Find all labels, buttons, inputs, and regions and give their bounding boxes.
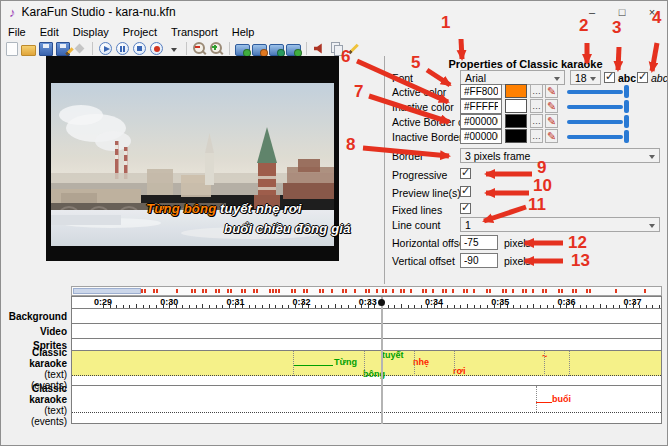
progressive-checkbox[interactable]	[460, 168, 471, 179]
title-bar: ♪ KaraFun Studio - kara-nu.kfn – □ ×	[1, 1, 667, 23]
copy-icon[interactable]	[329, 41, 344, 56]
syllable-marker	[382, 289, 384, 293]
close-button[interactable]: ×	[637, 1, 667, 23]
color-swatch[interactable]	[505, 84, 527, 98]
checkbox-row-label: Progressive	[392, 169, 447, 181]
syllable-marker	[269, 289, 271, 293]
menu-item-file[interactable]: File	[1, 24, 33, 40]
zoom-in-icon[interactable]	[209, 41, 224, 56]
preview-screen-icon[interactable]	[235, 41, 250, 56]
timeline-word-event[interactable]: buổi	[552, 394, 571, 404]
slider-thumb[interactable]	[624, 100, 629, 113]
color-picker-ellipsis-button[interactable]: …	[530, 84, 543, 98]
audio-output-icon[interactable]	[312, 41, 327, 56]
active-color-hex-input[interactable]	[460, 84, 502, 99]
apply-color-brush-icon[interactable]: ✎	[545, 129, 558, 143]
zoom-out-icon[interactable]	[192, 41, 207, 56]
preview-line-s--checkbox[interactable]	[460, 186, 471, 197]
syllable-marker	[194, 289, 196, 293]
color-swatch[interactable]	[505, 129, 527, 143]
play-icon[interactable]	[98, 41, 113, 56]
opacity-slider[interactable]	[567, 115, 629, 128]
font-family-select[interactable]: Arial	[460, 70, 565, 85]
apply-color-brush-icon[interactable]: ✎	[545, 99, 558, 113]
timeline-word-event[interactable]: nhẹ	[413, 357, 429, 367]
timeline-word-event[interactable]: Từng	[334, 357, 357, 367]
line-count-select[interactable]: 1	[460, 217, 660, 232]
slider-thumb[interactable]	[624, 130, 629, 143]
timeline-ruler[interactable]: 0:290:300:310:320:330:340:350:360:37	[71, 296, 662, 309]
toolbar-separator	[92, 42, 93, 55]
opacity-slider[interactable]	[567, 85, 629, 98]
timeline-track-row[interactable]	[71, 386, 662, 424]
syllable-marker	[403, 289, 405, 293]
syllable-marker	[368, 289, 370, 293]
apply-color-brush-icon[interactable]: ✎	[545, 84, 558, 98]
open-folder-icon[interactable]	[21, 41, 36, 56]
stop-icon[interactable]	[132, 41, 147, 56]
bold-checkbox[interactable]	[604, 72, 615, 83]
fixed-lines-checkbox[interactable]	[460, 203, 471, 214]
horizontal-offset-input[interactable]	[460, 235, 498, 250]
full-screen-icon[interactable]	[286, 41, 301, 56]
menu-item-edit[interactable]: Edit	[33, 24, 66, 40]
dual-screen-icon[interactable]	[269, 41, 284, 56]
karaoke-inactive-words: tuyết nhẹ rơi	[216, 201, 301, 216]
color-picker-ellipsis-button[interactable]: …	[530, 99, 543, 113]
timeline-word-underline	[294, 365, 333, 366]
slider-thumb[interactable]	[624, 85, 629, 98]
properties-title: Properties of Classic karaoke	[385, 58, 666, 70]
inactive-border-color-hex-input[interactable]	[460, 129, 502, 144]
save-icon[interactable]	[38, 41, 53, 56]
apply-color-brush-icon[interactable]: ✎	[545, 114, 558, 128]
color-picker-ellipsis-button[interactable]: …	[530, 129, 543, 143]
syllable-marker	[385, 289, 387, 293]
syllable-marker	[502, 289, 504, 293]
timeline-track-row[interactable]	[71, 339, 662, 351]
slider-thumb[interactable]	[624, 115, 629, 128]
maximize-button[interactable]: □	[607, 1, 637, 23]
menu-item-project[interactable]: Project	[116, 24, 164, 40]
menu-item-display[interactable]: Display	[66, 24, 116, 40]
save-as-icon[interactable]	[55, 41, 70, 56]
pause-icon[interactable]	[115, 41, 130, 56]
menu-item-help[interactable]: Help	[225, 24, 262, 40]
active-border-color-hex-input[interactable]	[460, 114, 502, 129]
inactive-color-hex-input[interactable]	[460, 99, 502, 114]
app-logo-icon: ♪	[9, 5, 16, 20]
timeline-sync-separator	[536, 386, 537, 412]
karaoke-line-2: buổi chiều đông giá	[224, 221, 351, 236]
svg-text:7: 7	[354, 82, 363, 101]
record-icon[interactable]	[149, 41, 164, 56]
italic-checkbox[interactable]	[637, 72, 648, 83]
chevron-down-icon	[554, 77, 560, 81]
border-select[interactable]: 3 pixels frame	[460, 148, 660, 163]
playhead-line[interactable]	[381, 297, 383, 424]
font-size-select[interactable]: 18	[570, 70, 601, 85]
menu-item-transport[interactable]: Transport	[164, 24, 225, 40]
vertical-offset-input[interactable]	[460, 253, 498, 268]
track-label: Video	[1, 324, 67, 339]
color-swatch[interactable]	[505, 114, 527, 128]
timeline-scrollbar[interactable]	[71, 286, 662, 296]
syllable-marker	[365, 289, 367, 293]
publish-icon[interactable]	[72, 41, 87, 56]
playhead-handle[interactable]	[378, 299, 385, 306]
italic-label: abc	[651, 72, 668, 84]
timeline-track-row[interactable]	[71, 309, 662, 324]
color-swatch[interactable]	[505, 99, 527, 113]
edit-pencil-icon[interactable]	[346, 41, 361, 56]
syllable-marker	[432, 289, 434, 293]
color-picker-ellipsis-button[interactable]: …	[530, 114, 543, 128]
new-file-icon[interactable]	[4, 41, 19, 56]
vertical-offset-label: Vertical offset	[392, 255, 455, 267]
opacity-slider[interactable]	[567, 100, 629, 113]
record-menu-caret-icon[interactable]	[166, 41, 181, 56]
external-screen-icon[interactable]	[252, 41, 267, 56]
minimize-button[interactable]: –	[577, 1, 607, 23]
timeline-track-row[interactable]	[71, 324, 662, 339]
timeline-word-event[interactable]: tuyết	[382, 350, 404, 360]
syllable-marker	[572, 289, 574, 293]
opacity-slider[interactable]	[567, 130, 629, 143]
timeline-scrollbar-thumb[interactable]	[73, 288, 141, 294]
